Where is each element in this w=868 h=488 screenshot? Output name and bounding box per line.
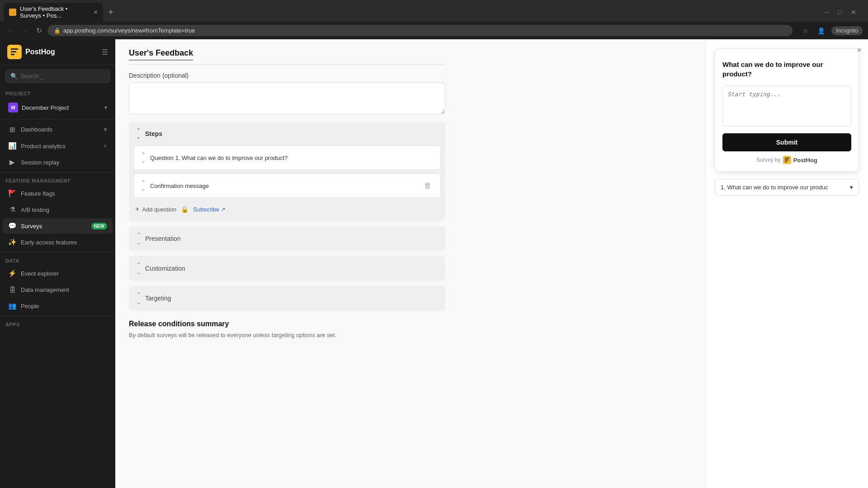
- confirmation-chevron-icon: ⌃⌄: [141, 179, 146, 192]
- sidebar-label-dashboards: Dashboards: [21, 126, 99, 133]
- subscribe-label: Subscribe: [193, 206, 219, 213]
- apps-section-label: APPS: [0, 318, 115, 329]
- sidebar-item-surveys[interactable]: 💬 Surveys NEW: [3, 218, 113, 234]
- preview-content: What can we do to improve our product? S…: [706, 39, 868, 488]
- sidebar-label-product-analytics: Product analytics: [21, 143, 99, 150]
- plus-icon: +: [135, 205, 139, 213]
- sidebar-item-event-explorer[interactable]: ⚡ Event explorer: [3, 266, 113, 281]
- maximize-button[interactable]: □: [835, 7, 844, 18]
- confirmation-message-item[interactable]: ⌃⌄ Confirmation message 🗑: [133, 174, 441, 198]
- users-icon: 👥: [8, 302, 16, 310]
- add-question-row: + Add question 🔒 Subscribe ↗: [133, 202, 441, 217]
- steps-section: ⌃⌄ Steps ⌃⌄ Question 1. What can we do t…: [129, 122, 445, 221]
- presentation-section: ⌃⌄ Presentation: [129, 226, 445, 251]
- description-textarea[interactable]: [129, 83, 445, 114]
- preview-question-dropdown[interactable]: 1. What can we do to improve our produc …: [715, 179, 859, 196]
- search-placeholder: Search _: [20, 73, 44, 80]
- release-conditions-desc: By default surveys will be released to e…: [129, 332, 445, 338]
- sidebar-label-early-access: Early access features: [21, 239, 107, 246]
- sidebar-item-session-replay[interactable]: ▶ Session replay: [3, 155, 113, 170]
- search-icon: 🔍: [10, 73, 18, 80]
- sidebar-search[interactable]: 🔍 Search _: [0, 65, 115, 87]
- sidebar-label-feature-flags: Feature flags: [21, 190, 107, 197]
- flag-icon: 🚩: [8, 189, 16, 197]
- profile-button[interactable]: 👤: [815, 25, 828, 36]
- data-section-label: DATA: [0, 254, 115, 265]
- steps-header[interactable]: ⌃⌄ Steps: [129, 122, 445, 145]
- description-label: Description (optional): [129, 72, 445, 79]
- lock-icon: 🔒: [181, 206, 189, 213]
- project-item[interactable]: M December Project ▾: [3, 99, 113, 116]
- sidebar-menu-icon[interactable]: ☰: [102, 48, 108, 56]
- posthog-badge-logo-icon: [783, 156, 791, 164]
- project-section-label: PROJECT: [0, 87, 115, 98]
- presentation-header[interactable]: ⌃⌄ Presentation: [129, 226, 445, 251]
- survey-name[interactable]: User's Feedback: [129, 48, 193, 61]
- tab-close-btn[interactable]: ✕: [94, 9, 98, 15]
- close-window-button[interactable]: ✕: [848, 7, 859, 18]
- bar-chart-icon: 📊: [8, 142, 16, 150]
- sidebar-label-event-explorer: Event explorer: [21, 270, 107, 277]
- forward-button[interactable]: →: [20, 25, 31, 37]
- steps-label: Steps: [145, 130, 162, 137]
- confirmation-delete-button[interactable]: 🗑: [422, 180, 433, 192]
- sidebar-item-product-analytics[interactable]: 📊 Product analytics +: [3, 138, 113, 154]
- preview-textarea[interactable]: [722, 86, 851, 127]
- sidebar-label-ab-testing: A/B testing: [21, 206, 107, 213]
- posthog-badge-text: PostHog: [793, 157, 817, 164]
- external-link-icon: ↗: [221, 206, 226, 213]
- play-circle-icon: ▶: [8, 158, 16, 166]
- event-icon: ⚡: [8, 269, 16, 277]
- question-1-item[interactable]: ⌃⌄ Question 1. What can we do to improve…: [133, 145, 441, 170]
- add-question-label: Add question: [142, 206, 176, 213]
- back-button[interactable]: ←: [5, 25, 16, 37]
- url-bar[interactable]: 🔒 app.posthog.com/surveys/new#fromTempla…: [47, 25, 793, 36]
- targeting-header[interactable]: ⌃⌄ Targeting: [129, 286, 445, 311]
- sidebar-item-ab-testing[interactable]: ⚗ A/B testing: [3, 202, 113, 217]
- targeting-chevron-icon: ⌃⌄: [136, 291, 142, 305]
- subscribe-link[interactable]: Subscribe ↗: [193, 206, 226, 213]
- steps-content: ⌃⌄ Question 1. What can we do to improve…: [129, 145, 445, 221]
- new-tab-button[interactable]: +: [105, 6, 117, 19]
- sidebar-divider-3: [0, 252, 115, 253]
- preview-submit-button[interactable]: Submit: [722, 133, 851, 151]
- flask-icon: ⚗: [8, 206, 16, 214]
- confirmation-label: Confirmation message: [150, 183, 418, 189]
- sidebar-item-early-access[interactable]: ✨ Early access features: [3, 235, 113, 250]
- preview-dropdown-text: 1. What can we do to improve our produc: [721, 184, 828, 191]
- tab-title: User's Feedback • Surveys • Pos...: [20, 5, 88, 19]
- main-content: User's Feedback Description (optional) ⌃…: [115, 39, 868, 488]
- customization-header[interactable]: ⌃⌄ Customization: [129, 256, 445, 281]
- database-icon: 🗄: [8, 286, 16, 294]
- minimize-button[interactable]: ─: [822, 7, 832, 18]
- dashboards-expand-icon: ▾: [104, 125, 107, 134]
- product-analytics-add-icon[interactable]: +: [103, 142, 107, 150]
- customization-section: ⌃⌄ Customization: [129, 256, 445, 281]
- release-conditions: Release conditions summary By default su…: [129, 320, 445, 338]
- targeting-label: Targeting: [145, 295, 171, 302]
- refresh-button[interactable]: ↻: [34, 24, 44, 37]
- question1-chevron-icon: ⌃⌄: [141, 151, 146, 164]
- sidebar-item-dashboards[interactable]: ⊞ Dashboards ▾: [3, 122, 113, 137]
- sidebar-logo: PostHog: [7, 45, 55, 59]
- sidebar-label-data-management: Data management: [21, 286, 107, 293]
- project-name: December Project: [22, 104, 69, 111]
- url-text: app.posthog.com/surveys/new#fromTemplate…: [63, 27, 195, 34]
- sidebar-item-feature-flags[interactable]: 🚩 Feature flags: [3, 186, 113, 201]
- active-tab[interactable]: User's Feedback • Surveys • Pos... ✕: [4, 3, 103, 22]
- sidebar: PostHog ☰ 🔍 Search _ PROJECT M December …: [0, 39, 115, 488]
- sidebar-divider-1: [0, 119, 115, 119]
- logo-text: PostHog: [25, 48, 55, 56]
- dropdown-chevron-icon: ▾: [850, 184, 853, 191]
- sidebar-divider-4: [0, 316, 115, 316]
- feature-management-label: FEATURE MANAGEMENT: [0, 174, 115, 185]
- add-question-button[interactable]: + Add question: [135, 205, 176, 213]
- bookmark-button[interactable]: ☆: [800, 25, 811, 36]
- sidebar-item-people[interactable]: 👥 People: [3, 298, 113, 314]
- release-conditions-title: Release conditions summary: [129, 320, 445, 328]
- surveys-new-badge: NEW: [91, 223, 107, 230]
- preview-close-button[interactable]: ×: [857, 46, 862, 55]
- grid-icon: ⊞: [8, 126, 16, 134]
- incognito-button[interactable]: Incognito: [831, 26, 863, 35]
- sidebar-item-data-management[interactable]: 🗄 Data management: [3, 282, 113, 297]
